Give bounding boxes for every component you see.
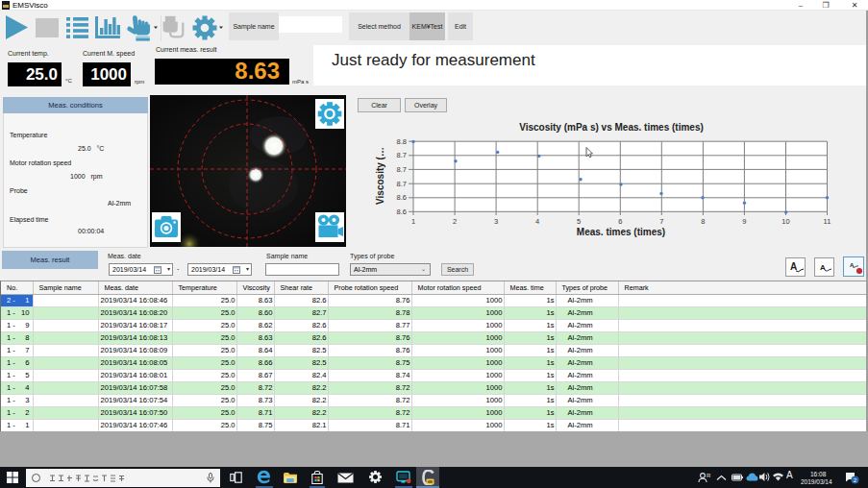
svg-text:8.6: 8.6 bbox=[397, 207, 407, 216]
svg-text:8.7: 8.7 bbox=[397, 165, 407, 174]
svg-text:1: 1 bbox=[411, 217, 415, 226]
svg-text:9: 9 bbox=[742, 217, 746, 226]
svg-text:8: 8 bbox=[701, 217, 705, 226]
svg-text:7: 7 bbox=[659, 217, 663, 226]
svg-text:8.8: 8.8 bbox=[397, 137, 407, 146]
svg-text:Viscosity (mPa s) vs Meas. tim: Viscosity (mPa s) vs Meas. times (times) bbox=[519, 122, 704, 133]
svg-text:Meas. times (times): Meas. times (times) bbox=[577, 227, 665, 237]
svg-text:10: 10 bbox=[781, 217, 789, 226]
svg-text:6: 6 bbox=[618, 217, 622, 226]
svg-text:8.7: 8.7 bbox=[397, 180, 407, 188]
svg-text:5: 5 bbox=[577, 217, 581, 226]
svg-text:Viscosity (…: Viscosity (… bbox=[375, 147, 385, 205]
svg-text:4: 4 bbox=[535, 217, 539, 226]
svg-text:R: R bbox=[707, 473, 711, 478]
svg-text:8.6: 8.6 bbox=[397, 193, 407, 202]
svg-text:2: 2 bbox=[453, 217, 457, 226]
svg-text:3: 3 bbox=[494, 217, 498, 226]
svg-text:8.7: 8.7 bbox=[397, 151, 407, 159]
svg-text:11: 11 bbox=[824, 217, 831, 226]
